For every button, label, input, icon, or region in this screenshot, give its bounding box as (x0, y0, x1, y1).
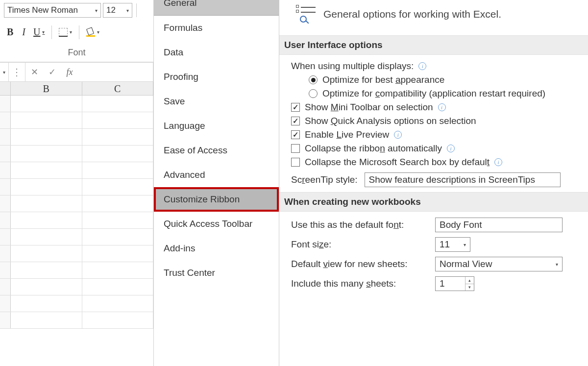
checkbox-icon (291, 144, 300, 153)
default-view-label: Default view for new sheets: (291, 259, 428, 269)
options-navigation: General Formulas Data Proofing Save Lang… (154, 0, 279, 366)
checkbox-label: Show Quick Analysis options on selection (305, 116, 476, 126)
chevron-down-icon: ▾ (126, 8, 129, 13)
radio-icon (309, 89, 318, 98)
nav-item-add-ins[interactable]: Add-ins (154, 236, 279, 261)
checkbox-icon (291, 130, 300, 139)
sheets-count-label: Include this many sheets: (291, 278, 428, 289)
spinner-buttons[interactable]: ▴▾ (465, 277, 474, 291)
formula-bar: ▾ ⋮ ✕ ✓ fx (0, 62, 153, 82)
divider (51, 25, 52, 39)
font-size-value: 12 (106, 5, 116, 15)
formula-bar-options[interactable]: ⋮ (9, 63, 25, 81)
divider (136, 3, 137, 17)
nav-item-language[interactable]: Language (154, 114, 279, 138)
bold-button[interactable]: B (4, 24, 16, 40)
paint-bucket-icon (86, 28, 95, 37)
spin-down-icon: ▾ (466, 284, 474, 291)
nav-item-general[interactable]: General (154, 0, 279, 16)
default-font-select[interactable]: Body Font (435, 218, 563, 232)
multi-displays-label: When using multiple displays: (291, 61, 588, 72)
divider (79, 25, 79, 39)
font-name-value: Times New Roman (7, 5, 78, 15)
column-header-c[interactable]: C (82, 82, 154, 95)
chevron-down-icon: ▾ (95, 8, 98, 13)
borders-icon (59, 28, 68, 37)
ribbon-group-label: Font (4, 47, 149, 62)
info-icon[interactable] (447, 145, 455, 152)
info-icon[interactable] (394, 131, 402, 139)
fill-color-button[interactable]: ▾ (84, 26, 101, 39)
font-name-selector[interactable]: Times New Roman ▾ (4, 3, 101, 18)
nav-item-save[interactable]: Save (154, 89, 279, 114)
checkbox-live-preview[interactable]: Enable Live Preview (291, 129, 588, 140)
checkbox-label: Enable Live Preview (305, 129, 389, 140)
font-size-label: Font size: (291, 239, 428, 250)
spinner-value: 1 (440, 278, 445, 289)
info-icon[interactable] (494, 158, 502, 166)
content-header: General options for working with Excel. (286, 0, 588, 33)
enter-button[interactable]: ✓ (43, 63, 61, 81)
nav-item-advanced[interactable]: Advanced (154, 163, 279, 187)
column-headers: B C (0, 82, 153, 96)
radio-label: Optimize for best appearance (322, 74, 444, 85)
chevron-down-icon: ▾ (97, 29, 99, 35)
sheets-count-spinner[interactable]: 1 ▴▾ (435, 276, 474, 291)
chevron-down-icon: ▾ (464, 242, 466, 247)
checkbox-icon (291, 117, 300, 125)
screentip-style-label: ScreenTip style: (291, 174, 358, 185)
namebox-dropdown[interactable]: ▾ (0, 63, 9, 81)
checkbox-mini-toolbar[interactable]: Show Mini Toolbar on selection (291, 102, 588, 113)
section-ui-options: User Interface options (279, 35, 588, 55)
checkbox-label: Show Mini Toolbar on selection (305, 102, 433, 113)
general-options-icon (296, 4, 317, 24)
nav-item-customize-ribbon[interactable]: Customize Ribbon (154, 187, 279, 212)
radio-icon (309, 75, 318, 84)
italic-button[interactable]: I (19, 24, 28, 40)
chevron-down-icon: ▾ (70, 29, 72, 35)
screentip-style-select[interactable]: Show feature descriptions in ScreenTips (365, 172, 561, 187)
spin-up-icon: ▴ (466, 277, 474, 284)
checkbox-collapse-ribbon[interactable]: Collapse the ribbon automatically (291, 143, 588, 154)
nav-item-ease-of-access[interactable]: Ease of Access (154, 138, 279, 163)
nav-item-proofing[interactable]: Proofing (154, 65, 279, 89)
nav-item-quick-access-toolbar[interactable]: Quick Access Toolbar (154, 212, 279, 236)
nav-item-trust-center[interactable]: Trust Center (154, 261, 279, 285)
select-value: Normal View (440, 259, 492, 269)
content-header-title: General options for working with Excel. (323, 8, 501, 20)
section-new-workbooks: When creating new workbooks (279, 192, 588, 212)
checkbox-label: Collapse the Microsoft Search box by def… (305, 157, 490, 168)
default-view-select[interactable]: Normal View ▾ (435, 257, 563, 271)
select-value: Body Font (440, 220, 482, 230)
checkbox-quick-analysis[interactable]: Show Quick Analysis options on selection (291, 116, 588, 126)
borders-button[interactable]: ▾ (57, 26, 74, 39)
insert-function-button[interactable]: fx (61, 63, 78, 81)
info-icon[interactable] (438, 103, 446, 111)
select-all-corner[interactable] (0, 82, 11, 95)
checkbox-icon (291, 158, 300, 167)
excel-ribbon-panel: Times New Roman ▾ 12 ▾ B I U ▾ ▾ (0, 0, 154, 366)
select-value: 11 (440, 239, 450, 250)
ribbon-font-group: Times New Roman ▾ 12 ▾ B I U ▾ ▾ (0, 0, 153, 62)
checkbox-label: Collapse the ribbon automatically (305, 143, 442, 154)
font-size-selector[interactable]: 12 ▾ (103, 3, 132, 18)
chevron-down-icon: ▾ (42, 29, 45, 35)
nav-item-formulas[interactable]: Formulas (154, 16, 279, 40)
radio-best-appearance[interactable]: Optimize for best appearance (309, 74, 588, 85)
underline-button[interactable]: U ▾ (31, 24, 47, 40)
formula-input[interactable] (78, 63, 153, 81)
default-font-label: Use this as the default font: (291, 220, 428, 230)
chevron-down-icon: ▾ (556, 262, 558, 267)
info-icon[interactable] (418, 62, 426, 70)
radio-compatibility[interactable]: Optimize for compatibility (application … (309, 88, 588, 99)
underline-label: U (33, 26, 40, 38)
font-size-select[interactable]: 11 ▾ (435, 237, 470, 252)
checkbox-icon (291, 103, 300, 112)
select-value: Show feature descriptions in ScreenTips (369, 174, 535, 185)
cancel-button[interactable]: ✕ (25, 63, 43, 81)
nav-item-data[interactable]: Data (154, 40, 279, 65)
spreadsheet-grid[interactable] (0, 96, 153, 329)
column-header-b[interactable]: B (11, 82, 82, 95)
options-content-panel: General options for working with Excel. … (279, 0, 588, 366)
checkbox-collapse-search[interactable]: Collapse the Microsoft Search box by def… (291, 157, 588, 168)
